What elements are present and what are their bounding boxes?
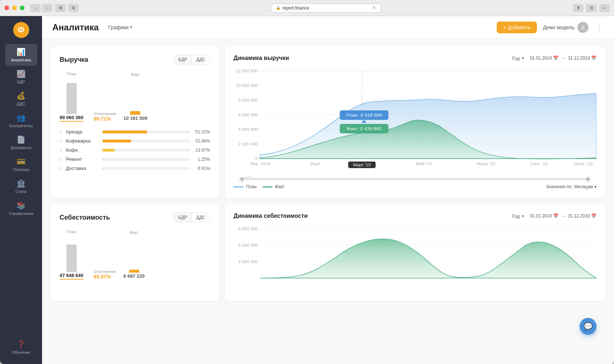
back-button[interactable]: ‹ bbox=[30, 4, 41, 12]
svg-text:12 000 000: 12 000 000 bbox=[236, 69, 258, 73]
plan-bar-wrapper: План 99 060 360 bbox=[60, 72, 83, 122]
range-slider[interactable] bbox=[234, 178, 596, 181]
progress-fill bbox=[102, 167, 103, 170]
cost-row: Себестоимость БДР ДДС План bbox=[51, 204, 605, 301]
category-pct: 51.02% bbox=[194, 129, 210, 134]
category-item: ≡ Кофе 13.97% bbox=[60, 147, 210, 153]
sidebar-item-references[interactable]: 📚Справочники bbox=[5, 197, 37, 219]
demo-model[interactable]: Демо модель Д bbox=[543, 22, 588, 33]
category-pct: 0.91% bbox=[194, 166, 210, 171]
cost-fact-value: 6 687 220 bbox=[124, 273, 145, 280]
chat-button[interactable]: 💬 bbox=[580, 318, 596, 335]
page-title: Аналитика bbox=[52, 22, 99, 33]
period-selector[interactable]: Год ▾ bbox=[512, 56, 524, 61]
revenue-tab-group: БДР ДДС bbox=[174, 55, 210, 64]
content-area: Выручка БДР ДДС План bbox=[42, 39, 614, 364]
avatar: Д bbox=[577, 22, 588, 33]
sidebar-item-documents[interactable]: 📄Документы bbox=[5, 132, 37, 153]
cost-tab-bdr[interactable]: БДР bbox=[174, 213, 192, 222]
titlebar: ‹ › ⊞ ⧉ 🔒 report.finance ↻ ⬆ ⊟ + bbox=[0, 0, 614, 16]
cost-plan-label: План bbox=[67, 230, 76, 234]
revenue-tab-dds[interactable]: ДДС bbox=[192, 55, 210, 64]
sidebar-item-dds[interactable]: 💰ДДС bbox=[5, 88, 37, 110]
close-button[interactable] bbox=[4, 5, 9, 10]
category-pct: 1.25% bbox=[194, 157, 210, 162]
calendar-from-icon[interactable]: 📅 bbox=[553, 56, 558, 61]
category-pct: 32.86% bbox=[194, 139, 210, 144]
tab-button[interactable]: ⧉ bbox=[68, 4, 79, 12]
revenue-title: Выручка bbox=[60, 56, 88, 64]
logo[interactable]: Ф bbox=[13, 22, 29, 38]
revenue-row: Выручка БДР ДДС План bbox=[51, 46, 605, 198]
add-button[interactable]: + Добавить bbox=[497, 22, 537, 33]
sidebar-item-education[interactable]: ❓Обучение bbox=[5, 336, 37, 358]
svg-text:Янв. 2019: Янв. 2019 bbox=[250, 162, 270, 166]
fact-bar bbox=[130, 111, 140, 115]
fact-label: Факт bbox=[131, 72, 140, 77]
drag-handle: ≡ bbox=[60, 157, 62, 162]
svg-text:0: 0 bbox=[255, 157, 258, 161]
plan-value: 99 060 360 bbox=[60, 115, 83, 122]
svg-text:Июль '19: Июль '19 bbox=[477, 162, 495, 166]
cost-plan-value: 47 648 640 bbox=[60, 273, 83, 280]
cost-fact-bar-wrapper: Факт 6 687 220 bbox=[124, 230, 145, 280]
sidebar-item-analytics[interactable]: 📊Аналитика bbox=[5, 44, 37, 66]
svg-text:Март '19: Март '19 bbox=[353, 163, 371, 167]
sidebar-toggle-button[interactable]: ⊞ bbox=[55, 4, 65, 12]
sidebar-item-contractors[interactable]: 👥Контрагенты bbox=[5, 110, 37, 132]
sidebar-item-accounts[interactable]: 🏦Счета bbox=[5, 175, 37, 197]
chevron-down-icon: ▾ bbox=[594, 184, 596, 189]
cost-plan-bar bbox=[67, 244, 77, 272]
revenue-tab-bdr[interactable]: БДР bbox=[174, 55, 192, 64]
accounts-icon: 🏦 bbox=[16, 179, 26, 188]
sidebar-item-payments[interactable]: 💳Платежи bbox=[5, 153, 37, 175]
category-name: Аренда bbox=[66, 129, 99, 134]
sidebar: Ф 📊Аналитика📈БДР💰ДДС👥Контрагенты📄Докумен… bbox=[0, 16, 42, 364]
slider-right-thumb[interactable] bbox=[585, 177, 591, 182]
cost-plan-bar-wrapper: План 47 648 640 bbox=[60, 230, 83, 280]
revenue-chart-svg: 12 000 000 10 000 000 8 000 000 6 000 00… bbox=[234, 67, 596, 178]
category-list: ≡ Аренда 51.02% ≡ Кофеварка 32.86% ≡ Коф… bbox=[60, 129, 210, 171]
education-icon: ❓ bbox=[16, 340, 26, 349]
svg-text:Факт: 2 439 862: Факт: 2 439 862 bbox=[346, 126, 382, 131]
analytics-icon: 📊 bbox=[16, 48, 26, 56]
date-range: 01.01.2019 📅 — 31.12.2019 📅 bbox=[530, 56, 596, 61]
progress-fill bbox=[102, 140, 131, 143]
category-item: ≡ Кофеварка 32.86% bbox=[60, 138, 210, 144]
plan-label: План bbox=[67, 72, 76, 76]
cost-chart-svg: 6 000 000 5 000 000 4 000 000 bbox=[234, 225, 596, 292]
cost-chart-card: Динамика себестоимости Год ▾ 01.01.2019 … bbox=[225, 204, 605, 301]
cost-calendar-to-icon[interactable]: 📅 bbox=[591, 213, 596, 219]
svg-text:10 000 000: 10 000 000 bbox=[236, 84, 258, 88]
cost-tab-dds[interactable]: ДДС bbox=[192, 213, 210, 222]
cost-fact-bar bbox=[129, 270, 139, 273]
cost-period-selector[interactable]: Год ▾ bbox=[512, 213, 524, 219]
progress-bar bbox=[102, 130, 190, 133]
cost-deviation-info: Отклонение 85.97% bbox=[94, 269, 116, 280]
share-button[interactable]: ⬆ bbox=[573, 4, 583, 12]
cost-bar-area: План 47 648 640 Отклонение 85.97% bbox=[60, 230, 210, 280]
forward-button[interactable]: › bbox=[42, 4, 52, 12]
cost-tab-group: БДР ДДС bbox=[174, 213, 210, 222]
cost-chart-title: Динамика себестоимости bbox=[234, 213, 512, 219]
more-button[interactable]: ⋮ bbox=[594, 22, 604, 33]
revenue-chart-card: Динамика выручки Год ▾ 01.01.2019 📅 — 31… bbox=[225, 46, 605, 198]
maximize-button[interactable] bbox=[20, 5, 24, 10]
cost-calendar-from-icon[interactable]: 📅 bbox=[553, 213, 558, 219]
minimize-button[interactable] bbox=[12, 5, 17, 10]
sidebar-right-button[interactable]: ⊟ bbox=[586, 4, 596, 12]
revenue-bar-area: План 99 060 360 Отклонение 89.71% bbox=[60, 72, 210, 122]
dds-icon: 💰 bbox=[16, 91, 26, 100]
url-text: report.finance bbox=[283, 5, 309, 11]
main-content: Аналитика Графики ▾ + Добавить Демо моде… bbox=[42, 16, 614, 364]
category-name: Доставка bbox=[66, 166, 99, 171]
values-by-selector[interactable]: Значения по: Месяцам ▾ bbox=[546, 184, 596, 189]
new-tab-button[interactable]: + bbox=[599, 4, 610, 12]
svg-text:4 000 000: 4 000 000 bbox=[238, 260, 258, 264]
calendar-to-icon[interactable]: 📅 bbox=[591, 56, 596, 61]
tab-graphics[interactable]: Графики ▾ bbox=[105, 22, 136, 33]
sidebar-item-bdr[interactable]: 📈БДР bbox=[5, 66, 37, 88]
legend-fact: Факт bbox=[262, 184, 285, 189]
category-name: Кофеварка bbox=[66, 138, 99, 144]
url-bar[interactable]: 🔒 report.finance ↻ bbox=[271, 4, 381, 12]
